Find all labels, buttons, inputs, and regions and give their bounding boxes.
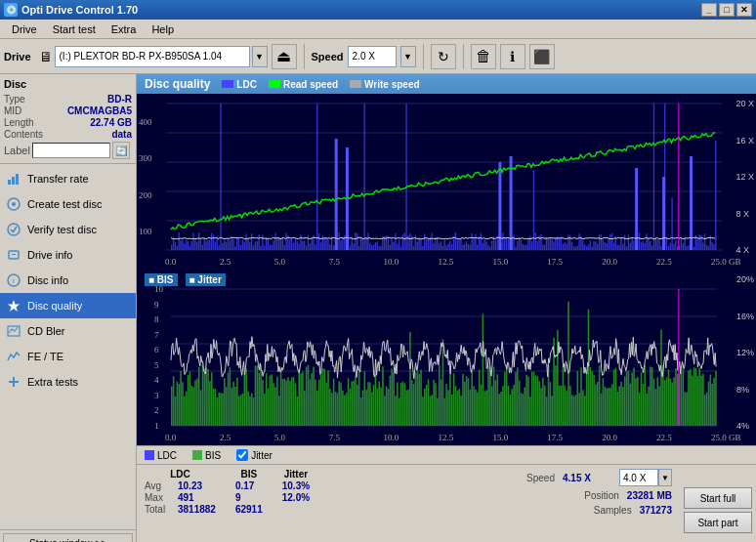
menu-bar: Drive Start test Extra Help xyxy=(0,20,756,39)
jitter-max-value: 12.0% xyxy=(282,492,310,503)
lower-chart-canvas xyxy=(137,270,756,445)
drive-eject-button[interactable]: ⏏ xyxy=(272,44,297,69)
speed-combo-arrow[interactable]: ▼ xyxy=(400,46,416,67)
menu-start-test[interactable]: Start test xyxy=(45,21,104,37)
stats-buttons: Start full Start part xyxy=(680,465,756,542)
disc-mid-label: MID xyxy=(4,105,21,116)
speed-label: Speed xyxy=(312,51,344,63)
verify-test-disc-label: Verify test disc xyxy=(27,224,97,235)
cd-bler-icon xyxy=(6,323,21,339)
stats-legend-jitter: Jitter xyxy=(236,449,273,461)
bis-max-value: 9 xyxy=(235,492,263,503)
speed-row: Speed 4.15 X 4.0 X ▼ xyxy=(501,469,672,486)
sidebar-item-disc-info[interactable]: i Disc info xyxy=(0,268,136,293)
stats-col-jitter: Jitter 10.3% 12.0% xyxy=(282,469,310,503)
legend-ldc: LDC xyxy=(222,79,257,90)
disc-length-value: 22.74 GB xyxy=(90,117,132,128)
sidebar-item-drive-info[interactable]: Drive info xyxy=(0,242,136,268)
jitter-checkbox[interactable] xyxy=(236,449,248,461)
toolbar-separator-1 xyxy=(304,44,305,69)
disc-quality-icon xyxy=(6,298,21,313)
svg-point-4 xyxy=(12,202,16,206)
status-window-button[interactable]: Status window >> xyxy=(3,533,133,542)
bis-data: 0.17 9 62911 xyxy=(235,480,263,515)
speed-combo[interactable]: 2.0 X xyxy=(348,46,397,67)
samples-value: 371273 xyxy=(640,505,672,516)
stats-legend-ldc: LDC xyxy=(145,450,177,461)
disc-section-title: Disc xyxy=(4,78,132,90)
speed-stat-label: Speed xyxy=(501,473,555,483)
transfer-rate-icon xyxy=(6,171,21,187)
disc-label-input[interactable] xyxy=(32,143,110,158)
disc-label-btn[interactable]: 🔄 xyxy=(112,142,130,159)
stats-data-row: LDC Avg 10.23 Max 491 xyxy=(137,465,756,542)
drive-info-icon xyxy=(6,247,21,263)
refresh-button[interactable]: ↻ xyxy=(431,44,456,69)
sidebar-item-fe-te[interactable]: FE / TE xyxy=(0,344,136,369)
disc-contents-label: Contents xyxy=(4,129,43,140)
legend-write-speed-color xyxy=(350,80,361,88)
jitter-avg-value: 10.3% xyxy=(282,480,310,491)
disc-contents-value: data xyxy=(111,129,132,140)
disc-mid-row: MID CMCMAGBA5 xyxy=(4,105,132,116)
lower-chart: ■ BIS ■ Jitter 20% 16% 12% 8% 4% xyxy=(137,270,756,445)
disc-label-label: Label xyxy=(4,145,30,156)
legend-write-speed-label: Write speed xyxy=(364,79,420,90)
sidebar-item-create-test-disc[interactable]: Create test disc xyxy=(0,191,136,217)
drive-combo-arrow[interactable]: ▼ xyxy=(252,46,268,67)
stats-bis-color xyxy=(192,450,202,460)
ldc-total-label: Total xyxy=(145,504,174,515)
toolbar-separator-2 xyxy=(423,44,424,69)
drive-info-label: Drive info xyxy=(27,249,72,261)
ldc-total-row: Total 3811882 xyxy=(145,504,216,515)
settings-button[interactable]: ⬛ xyxy=(529,44,555,69)
close-button[interactable]: ✕ xyxy=(736,3,752,17)
legend-write-speed: Write speed xyxy=(350,79,420,90)
position-row: Position 23281 MB xyxy=(566,490,672,501)
chart-title: Disc quality xyxy=(145,77,210,91)
menu-drive[interactable]: Drive xyxy=(4,21,45,37)
svg-rect-13 xyxy=(13,377,15,387)
toolbar-separator-3 xyxy=(463,44,464,69)
sidebar: Disc Type BD-R MID CMCMAGBA5 Length 22.7… xyxy=(0,74,137,542)
title-bar: 💿 Opti Drive Control 1.70 _ □ ✕ xyxy=(0,0,756,20)
samples-row: Samples 371273 xyxy=(578,505,672,516)
speed-select-arrow[interactable]: ▼ xyxy=(658,469,672,486)
sidebar-item-cd-bler[interactable]: CD Bler xyxy=(0,318,136,344)
stats-bis-text: BIS xyxy=(205,450,221,461)
bis-label: ■ BIS xyxy=(145,273,178,286)
sidebar-item-extra-tests[interactable]: Extra tests xyxy=(0,369,136,395)
stats-ldc-color xyxy=(145,450,154,460)
info-button[interactable]: ℹ xyxy=(500,44,525,69)
legend-read-speed-label: Read speed xyxy=(283,79,338,90)
extra-tests-label: Extra tests xyxy=(27,376,78,388)
svg-rect-0 xyxy=(8,180,11,185)
ldc-total-value: 3811882 xyxy=(178,504,216,515)
jitter-label: ■ Jitter xyxy=(186,273,226,286)
menu-extra[interactable]: Extra xyxy=(104,21,145,37)
minimize-button[interactable]: _ xyxy=(701,3,717,17)
drive-combo[interactable]: (I:) PLEXTOR BD-R PX-B950SA 1.04 xyxy=(55,46,250,67)
jitter-data: 10.3% 12.0% xyxy=(282,480,310,503)
toolbar: Drive 🖥 (I:) PLEXTOR BD-R PX-B950SA 1.04… xyxy=(0,39,756,74)
svg-marker-10 xyxy=(8,300,20,312)
disc-type-label: Type xyxy=(4,94,25,104)
chart-stats: LDC BIS Jitter xyxy=(137,445,756,542)
ldc-max-row: Max 491 xyxy=(145,492,216,503)
maximize-button[interactable]: □ xyxy=(719,3,735,17)
disc-quality-label: Disc quality xyxy=(27,300,82,312)
sidebar-item-disc-quality[interactable]: Disc quality xyxy=(0,293,136,318)
position-label: Position xyxy=(566,490,619,501)
speed-select-display[interactable]: 4.0 X xyxy=(619,469,658,486)
create-test-disc-icon xyxy=(6,196,21,212)
start-part-button[interactable]: Start part xyxy=(684,512,752,533)
stats-col-ldc: LDC Avg 10.23 Max 491 xyxy=(145,469,216,515)
erase-button[interactable]: 🗑 xyxy=(471,44,496,69)
sidebar-item-verify-test-disc[interactable]: Verify test disc xyxy=(0,217,136,242)
svg-point-5 xyxy=(8,224,20,235)
menu-help[interactable]: Help xyxy=(144,21,182,37)
disc-info-icon: i xyxy=(6,272,21,288)
ldc-avg-row: Avg 10.23 xyxy=(145,480,216,491)
sidebar-item-transfer-rate[interactable]: Transfer rate xyxy=(0,166,136,191)
start-full-button[interactable]: Start full xyxy=(684,487,752,509)
